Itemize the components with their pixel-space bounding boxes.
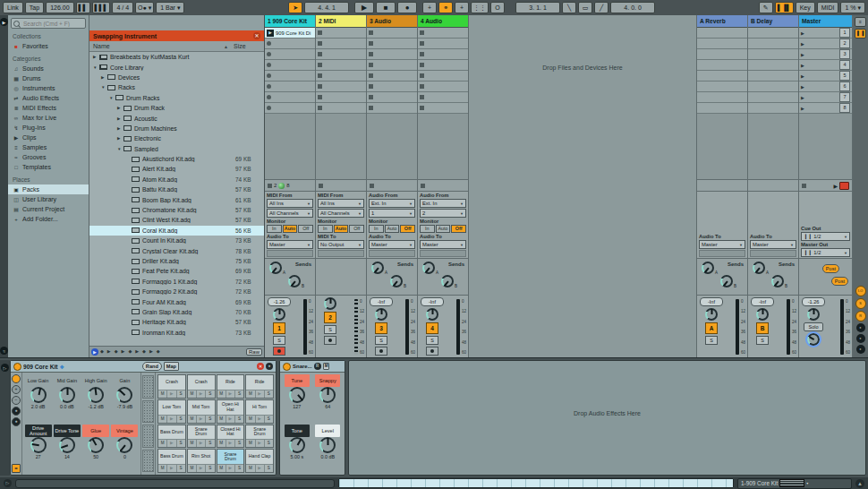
clip-stop-icon[interactable] <box>318 106 322 110</box>
scene-slot[interactable]: ▶3 <box>799 49 852 60</box>
back-to-arrangement-button[interactable] <box>839 182 849 190</box>
input-type-chooser[interactable]: All Ins▼ <box>267 199 313 208</box>
quantization-menu[interactable]: 1 Bar ▾ <box>156 2 184 13</box>
chain-remove-icon[interactable]: − <box>12 396 21 405</box>
pad-solo-button[interactable]: S <box>265 416 273 423</box>
return-track-header[interactable]: A Reverb <box>697 15 747 28</box>
sidebar-item-grooves[interactable]: ≈Grooves <box>8 152 89 162</box>
clip-slot[interactable] <box>316 60 366 71</box>
drum-pad-snare-drum[interactable]: Snare DrumM▶S <box>187 425 216 449</box>
folder-row[interactable]: ▶Breakbeats by KutMasta Kurt <box>89 52 264 62</box>
collapse-icon[interactable]: ▼ <box>93 65 99 70</box>
sidebar-item-audio-effects[interactable]: ⇄Audio Effects <box>8 93 89 103</box>
preview-cue-knob[interactable] <box>807 333 820 346</box>
pan-knob[interactable] <box>426 308 438 321</box>
folder-row[interactable]: ▶Drum Rack <box>89 103 264 113</box>
follow-button[interactable]: ➤ <box>288 2 302 13</box>
folder-row[interactable]: ▼Racks <box>89 82 264 92</box>
slot-record-icon[interactable] <box>267 106 271 110</box>
browser-toggle-icon[interactable]: ▶ <box>0 18 8 26</box>
stop-all-clips-button[interactable] <box>802 184 806 188</box>
clip-stop-icon[interactable] <box>369 30 373 35</box>
send-a-knob[interactable]: A <box>371 262 384 274</box>
drum-pad-bass-drum[interactable]: Bass DrumM▶S <box>157 449 186 473</box>
input-channel-chooser[interactable]: All Channels▼ <box>318 209 364 218</box>
pad-solo-button[interactable]: S <box>206 390 214 398</box>
clip-stop-icon[interactable] <box>420 95 424 99</box>
clip-stop-icon[interactable] <box>369 84 373 89</box>
volume-field[interactable]: -Inf <box>700 297 723 306</box>
output-type-chooser[interactable]: Master▼ <box>750 240 796 249</box>
file-row[interactable]: Boom Bap Kit.adg61 KB <box>89 194 264 204</box>
solo-button[interactable]: S <box>426 336 438 345</box>
clip-slot[interactable] <box>265 82 315 92</box>
punch-in-button[interactable]: ╲ <box>562 2 576 13</box>
browser-column-headers[interactable]: Name ▲ Size <box>89 41 264 52</box>
drum-pad-mid-tom[interactable]: Mid TomM▶S <box>187 399 216 424</box>
scene-slot[interactable]: ▶4 <box>799 60 852 71</box>
macro-knob[interactable] <box>30 387 47 403</box>
scene-slot[interactable]: ▶7 <box>799 92 852 103</box>
groove-amount-icon[interactable]: O● ▾ <box>135 2 154 13</box>
clip-stop-icon[interactable] <box>318 41 322 46</box>
pad-mute-button[interactable]: M <box>246 390 255 398</box>
folder-row[interactable]: ▶Devices <box>89 73 264 82</box>
drum-pad-hi-tom[interactable]: Hi TomM▶S <box>245 399 274 424</box>
clip-stop-icon[interactable] <box>318 84 322 89</box>
pad-play-icon[interactable]: ▶ <box>197 416 206 423</box>
clip-stop-icon[interactable] <box>420 84 424 89</box>
io-meter-icon[interactable]: ▌▐ <box>855 29 866 39</box>
clip-slot[interactable] <box>265 49 315 60</box>
file-row[interactable]: Alert Kit.adg97 KB <box>89 164 264 174</box>
folder-row[interactable]: ▶Electronic <box>89 133 264 143</box>
pad-mute-button[interactable]: M <box>246 416 255 423</box>
clip-slot[interactable] <box>316 92 366 103</box>
hot-swap-close-icon[interactable]: ✕ <box>257 363 264 370</box>
pad-solo-button[interactable]: S <box>206 465 214 472</box>
clip-stop-icon[interactable] <box>318 73 322 78</box>
pad-mute-button[interactable]: M <box>188 390 197 398</box>
computer-midi-keyboard-button[interactable]: ▌▐▌ <box>775 2 794 13</box>
expand-icon[interactable]: ▶ <box>101 75 107 80</box>
slot-record-icon[interactable] <box>267 84 271 89</box>
clip-slot[interactable] <box>316 49 366 60</box>
expand-icon[interactable]: ▶ <box>93 55 99 59</box>
clip-slot[interactable] <box>316 28 366 39</box>
output-type-chooser[interactable]: No Output▼ <box>318 240 364 249</box>
pad-solo-button[interactable]: S <box>206 416 214 423</box>
solo-cue-button[interactable]: Solo <box>804 322 823 331</box>
arrangement-position-field[interactable]: 4. 4. 1 <box>304 2 349 13</box>
file-row[interactable]: Feat Pete Kit.adg69 KB <box>89 266 264 276</box>
pad-solo-button[interactable]: S <box>235 465 243 472</box>
scene-play-icon[interactable]: ▶ <box>801 63 804 68</box>
loop-button[interactable]: ▭ <box>578 2 592 13</box>
pan-knob[interactable] <box>324 297 336 310</box>
expand-icon[interactable]: ▶ <box>117 106 123 110</box>
drum-pad-rim-shot[interactable]: Rim ShotM▶S <box>187 449 216 473</box>
monitor-in[interactable]: In <box>267 225 282 233</box>
overview-icon[interactable]: ≡ <box>855 17 866 27</box>
track-header[interactable]: 3 Audio <box>367 15 417 28</box>
pad-mute-button[interactable]: M <box>217 416 226 423</box>
clip-slot[interactable] <box>367 49 417 60</box>
pan-knob[interactable] <box>807 308 820 321</box>
drum-pad-closed-hi-hat[interactable]: Closed Hi HatM▶S <box>217 425 245 449</box>
slot-record-icon[interactable] <box>267 63 271 67</box>
pad-solo-button[interactable]: S <box>206 440 214 447</box>
groove-pool-icon[interactable]: ≈ <box>0 347 8 355</box>
device-on-icon[interactable] <box>283 363 291 371</box>
record-button[interactable]: ● <box>397 2 417 13</box>
file-row[interactable]: Driller Kit.adg75 KB <box>89 256 264 266</box>
solo-button[interactable]: S <box>705 336 718 345</box>
expand-icon[interactable]: ▶ <box>117 126 123 131</box>
file-row[interactable]: Atom Kit.adg74 KB <box>89 175 264 184</box>
file-row[interactable]: Battu Kit.adg57 KB <box>89 184 264 194</box>
pad-play-icon[interactable]: ▶ <box>167 390 176 398</box>
pad-mute-button[interactable]: M <box>188 416 197 423</box>
folder-row[interactable]: ▼Sampled <box>89 144 264 154</box>
monitor-in[interactable]: In <box>369 225 384 233</box>
pad-solo-button[interactable]: S <box>235 390 243 398</box>
send-a-knob[interactable]: A <box>753 262 765 274</box>
tap-tempo-button[interactable]: Tap <box>25 2 44 13</box>
collapse-icon[interactable]: ▼ <box>109 96 115 100</box>
